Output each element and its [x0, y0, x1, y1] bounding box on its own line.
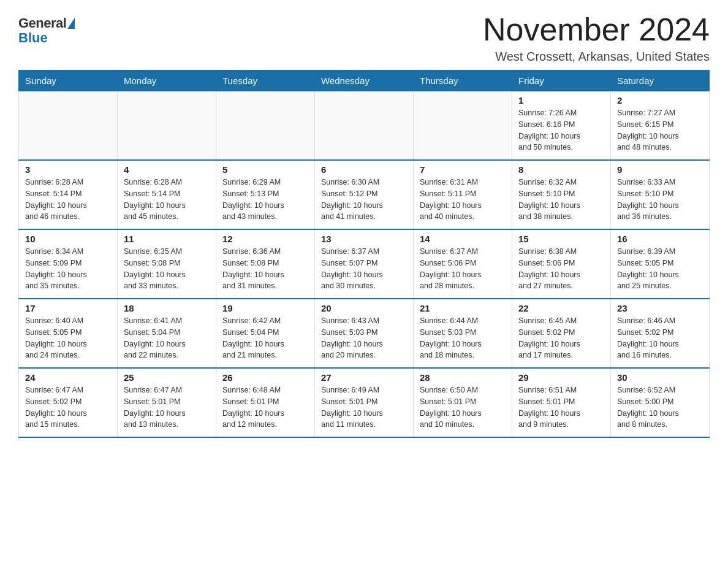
calendar-cell-week2-day5: 15Sunrise: 6:38 AM Sunset: 5:06 PM Dayli…: [512, 229, 611, 299]
day-info: Sunrise: 6:29 AM Sunset: 5:13 PM Dayligh…: [222, 177, 308, 223]
day-info: Sunrise: 7:26 AM Sunset: 6:16 PM Dayligh…: [518, 107, 604, 153]
calendar-cell-week0-day2: [216, 91, 315, 161]
calendar-cell-week4-day3: 27Sunrise: 6:49 AM Sunset: 5:01 PM Dayli…: [315, 368, 414, 437]
calendar-cell-week2-day3: 13Sunrise: 6:37 AM Sunset: 5:07 PM Dayli…: [315, 229, 414, 299]
day-info: Sunrise: 6:46 AM Sunset: 5:02 PM Dayligh…: [617, 315, 703, 361]
logo-blue-text: Blue: [18, 30, 48, 46]
location: West Crossett, Arkansas, United States: [483, 50, 710, 64]
calendar-header-saturday: Saturday: [611, 71, 710, 91]
day-info: Sunrise: 6:34 AM Sunset: 5:09 PM Dayligh…: [25, 246, 111, 292]
day-number: 8: [518, 164, 604, 175]
calendar-cell-week1-day4: 7Sunrise: 6:31 AM Sunset: 5:11 PM Daylig…: [414, 160, 512, 229]
calendar-header-thursday: Thursday: [414, 71, 512, 91]
day-info: Sunrise: 6:47 AM Sunset: 5:01 PM Dayligh…: [124, 385, 210, 431]
calendar-cell-week0-day4: [414, 91, 512, 161]
calendar-cell-week0-day5: 1Sunrise: 7:26 AM Sunset: 6:16 PM Daylig…: [512, 91, 611, 161]
calendar-cell-week0-day0: [19, 91, 118, 161]
calendar-cell-week1-day2: 5Sunrise: 6:29 AM Sunset: 5:13 PM Daylig…: [216, 160, 315, 229]
calendar-week-3: 17Sunrise: 6:40 AM Sunset: 5:05 PM Dayli…: [19, 299, 710, 368]
calendar-cell-week1-day1: 4Sunrise: 6:28 AM Sunset: 5:14 PM Daylig…: [118, 160, 216, 229]
day-number: 14: [420, 234, 506, 244]
day-number: 3: [25, 164, 111, 175]
day-number: 21: [420, 303, 506, 313]
day-info: Sunrise: 6:35 AM Sunset: 5:08 PM Dayligh…: [124, 246, 210, 292]
calendar-cell-week4-day0: 24Sunrise: 6:47 AM Sunset: 5:02 PM Dayli…: [19, 368, 118, 437]
day-number: 10: [25, 234, 111, 244]
calendar-header-wednesday: Wednesday: [315, 71, 414, 91]
day-number: 2: [617, 95, 703, 105]
day-info: Sunrise: 6:43 AM Sunset: 5:03 PM Dayligh…: [321, 315, 407, 361]
calendar-cell-week0-day3: [315, 91, 414, 161]
day-info: Sunrise: 6:49 AM Sunset: 5:01 PM Dayligh…: [321, 385, 407, 431]
logo-general-text: General: [18, 15, 66, 31]
calendar-week-2: 10Sunrise: 6:34 AM Sunset: 5:09 PM Dayli…: [19, 229, 710, 299]
calendar-cell-week4-day4: 28Sunrise: 6:50 AM Sunset: 5:01 PM Dayli…: [414, 368, 512, 437]
day-info: Sunrise: 6:50 AM Sunset: 5:01 PM Dayligh…: [420, 385, 506, 431]
title-section: November 2024 West Crossett, Arkansas, U…: [483, 12, 710, 64]
day-number: 23: [617, 303, 703, 313]
day-info: Sunrise: 6:45 AM Sunset: 5:02 PM Dayligh…: [518, 315, 604, 361]
calendar-cell-week3-day3: 20Sunrise: 6:43 AM Sunset: 5:03 PM Dayli…: [315, 299, 414, 368]
calendar-cell-week4-day5: 29Sunrise: 6:51 AM Sunset: 5:01 PM Dayli…: [512, 368, 611, 437]
calendar-cell-week3-day4: 21Sunrise: 6:44 AM Sunset: 5:03 PM Dayli…: [414, 299, 512, 368]
day-info: Sunrise: 6:37 AM Sunset: 5:06 PM Dayligh…: [420, 246, 506, 292]
calendar-cell-week4-day2: 26Sunrise: 6:48 AM Sunset: 5:01 PM Dayli…: [216, 368, 315, 437]
day-number: 15: [518, 234, 604, 244]
page-header: General Blue November 2024 West Crossett…: [18, 12, 710, 64]
day-info: Sunrise: 6:32 AM Sunset: 5:10 PM Dayligh…: [518, 177, 604, 223]
day-number: 17: [25, 303, 111, 313]
day-number: 6: [321, 164, 407, 175]
day-info: Sunrise: 6:48 AM Sunset: 5:01 PM Dayligh…: [222, 385, 308, 431]
day-number: 16: [617, 234, 703, 244]
calendar-cell-week2-day2: 12Sunrise: 6:36 AM Sunset: 5:08 PM Dayli…: [216, 229, 315, 299]
calendar-cell-week2-day0: 10Sunrise: 6:34 AM Sunset: 5:09 PM Dayli…: [19, 229, 118, 299]
day-info: Sunrise: 6:47 AM Sunset: 5:02 PM Dayligh…: [25, 385, 111, 431]
day-info: Sunrise: 6:39 AM Sunset: 5:05 PM Dayligh…: [617, 246, 703, 292]
calendar-header-friday: Friday: [512, 71, 611, 91]
calendar-cell-week3-day2: 19Sunrise: 6:42 AM Sunset: 5:04 PM Dayli…: [216, 299, 315, 368]
day-info: Sunrise: 6:52 AM Sunset: 5:00 PM Dayligh…: [617, 385, 703, 431]
calendar-week-1: 3Sunrise: 6:28 AM Sunset: 5:14 PM Daylig…: [19, 160, 710, 229]
day-info: Sunrise: 6:28 AM Sunset: 5:14 PM Dayligh…: [124, 177, 210, 223]
calendar-header-row: SundayMondayTuesdayWednesdayThursdayFrid…: [19, 71, 710, 91]
day-info: Sunrise: 6:31 AM Sunset: 5:11 PM Dayligh…: [420, 177, 506, 223]
calendar-cell-week3-day6: 23Sunrise: 6:46 AM Sunset: 5:02 PM Dayli…: [611, 299, 710, 368]
day-number: 28: [420, 372, 506, 383]
day-number: 5: [222, 164, 308, 175]
calendar-cell-week4-day6: 30Sunrise: 6:52 AM Sunset: 5:00 PM Dayli…: [611, 368, 710, 437]
calendar-cell-week2-day1: 11Sunrise: 6:35 AM Sunset: 5:08 PM Dayli…: [118, 229, 216, 299]
day-info: Sunrise: 6:51 AM Sunset: 5:01 PM Dayligh…: [518, 385, 604, 431]
day-info: Sunrise: 6:28 AM Sunset: 5:14 PM Dayligh…: [25, 177, 111, 223]
calendar-cell-week1-day0: 3Sunrise: 6:28 AM Sunset: 5:14 PM Daylig…: [19, 160, 118, 229]
calendar-cell-week3-day5: 22Sunrise: 6:45 AM Sunset: 5:02 PM Dayli…: [512, 299, 611, 368]
day-info: Sunrise: 6:44 AM Sunset: 5:03 PM Dayligh…: [420, 315, 506, 361]
day-number: 19: [222, 303, 308, 313]
logo: General Blue: [18, 12, 75, 46]
calendar-week-0: 1Sunrise: 7:26 AM Sunset: 6:16 PM Daylig…: [19, 91, 710, 161]
calendar-cell-week2-day6: 16Sunrise: 6:39 AM Sunset: 5:05 PM Dayli…: [611, 229, 710, 299]
day-number: 1: [518, 95, 604, 105]
day-number: 18: [124, 303, 210, 313]
day-info: Sunrise: 6:41 AM Sunset: 5:04 PM Dayligh…: [124, 315, 210, 361]
day-info: Sunrise: 6:38 AM Sunset: 5:06 PM Dayligh…: [518, 246, 604, 292]
calendar-cell-week1-day6: 9Sunrise: 6:33 AM Sunset: 5:10 PM Daylig…: [611, 160, 710, 229]
calendar-cell-week4-day1: 25Sunrise: 6:47 AM Sunset: 5:01 PM Dayli…: [118, 368, 216, 437]
day-number: 30: [617, 372, 703, 383]
calendar-week-4: 24Sunrise: 6:47 AM Sunset: 5:02 PM Dayli…: [19, 368, 710, 437]
day-info: Sunrise: 6:40 AM Sunset: 5:05 PM Dayligh…: [25, 315, 111, 361]
calendar-header-sunday: Sunday: [19, 71, 118, 91]
calendar-cell-week3-day1: 18Sunrise: 6:41 AM Sunset: 5:04 PM Dayli…: [118, 299, 216, 368]
calendar-cell-week2-day4: 14Sunrise: 6:37 AM Sunset: 5:06 PM Dayli…: [414, 229, 512, 299]
calendar-header-monday: Monday: [118, 71, 216, 91]
day-number: 22: [518, 303, 604, 313]
day-info: Sunrise: 6:42 AM Sunset: 5:04 PM Dayligh…: [222, 315, 308, 361]
day-number: 24: [25, 372, 111, 383]
calendar-cell-week0-day1: [118, 91, 216, 161]
day-info: Sunrise: 6:33 AM Sunset: 5:10 PM Dayligh…: [617, 177, 703, 223]
calendar-cell-week1-day5: 8Sunrise: 6:32 AM Sunset: 5:10 PM Daylig…: [512, 160, 611, 229]
day-number: 7: [420, 164, 506, 175]
day-info: Sunrise: 6:36 AM Sunset: 5:08 PM Dayligh…: [222, 246, 308, 292]
day-number: 4: [124, 164, 210, 175]
day-number: 20: [321, 303, 407, 313]
day-number: 26: [222, 372, 308, 383]
